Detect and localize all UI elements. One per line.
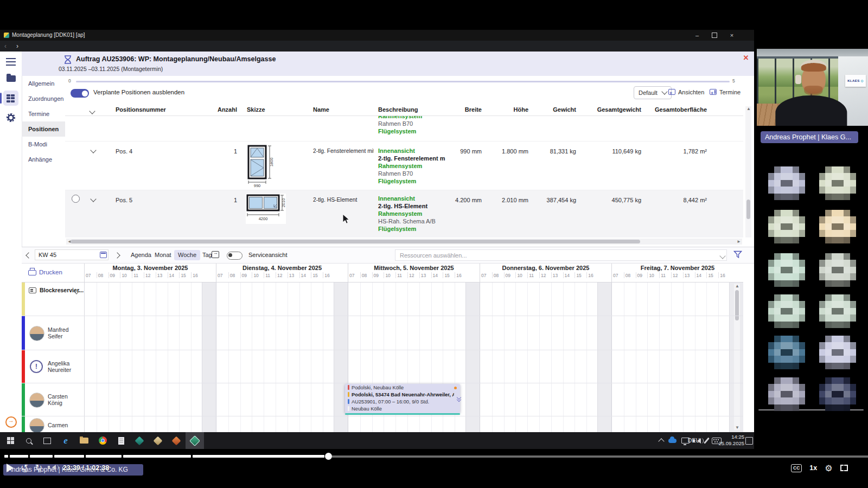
klaes-teal-taskbar-button[interactable] <box>130 432 149 449</box>
playback-speed[interactable]: 1x <box>809 464 817 472</box>
fullscreen-icon[interactable] <box>840 465 848 471</box>
ansichten-button[interactable]: Ansichten <box>668 86 704 98</box>
resources-input[interactable] <box>395 249 727 261</box>
table-row-pos5[interactable]: Pos. 5 1 4200 2010 2-tlg. HS-Element <box>65 190 743 237</box>
participant-tile <box>768 294 805 328</box>
day-column[interactable] <box>216 282 348 432</box>
projects-icon[interactable] <box>3 71 18 86</box>
day-column[interactable] <box>480 282 611 432</box>
resource-row[interactable]: CarstenKönig <box>22 383 84 416</box>
row-expand-chevron[interactable] <box>91 147 95 153</box>
volume-icon[interactable] <box>49 464 56 472</box>
row-radio[interactable] <box>72 195 80 203</box>
collapse-all-chevron[interactable] <box>90 108 94 114</box>
participant-tile <box>819 336 856 369</box>
start-taskbar-button[interactable] <box>1 432 20 449</box>
onedrive-tray-icon[interactable] <box>668 439 676 443</box>
internet-explorer-taskbar-button[interactable]: e <box>56 432 75 449</box>
printer-icon <box>28 270 36 275</box>
filter-icon[interactable] <box>733 251 742 259</box>
search-taskbar-button[interactable] <box>20 432 38 449</box>
sidebar-item-termine[interactable]: Termine <box>22 106 65 121</box>
sidebar-item-anh-nge[interactable]: Anhänge <box>22 152 65 167</box>
participant-tile <box>768 253 805 287</box>
event-tooltip[interactable]: Podolski, Neubau KöllePodolski, 53474 Ba… <box>345 384 460 413</box>
progress-chapter-segment <box>123 455 191 458</box>
termine-button[interactable]: Termine <box>710 86 741 98</box>
resource-row[interactable]: ManfredSeifer <box>22 316 84 350</box>
sidebar-item-positionen[interactable]: Positionen <box>22 121 65 137</box>
table-row-pos4[interactable]: Pos. 4 1 1800 990 2-tlg. <box>65 142 743 190</box>
rewind-10-icon[interactable]: ↺10 <box>21 464 28 472</box>
next-week-icon[interactable] <box>114 252 120 258</box>
day-header: Mittwoch, 5. November 202507080910111213… <box>348 264 480 282</box>
expand-more-icon[interactable] <box>457 396 461 400</box>
mouse-cursor <box>342 214 350 224</box>
alert-avatar-icon: ! <box>30 360 43 373</box>
chrome-taskbar-button[interactable] <box>93 432 112 449</box>
pen-tray-icon[interactable] <box>704 438 709 444</box>
horizontal-scrollbar[interactable]: ◄ ► <box>66 239 742 245</box>
expand-view-icon[interactable] <box>212 251 219 258</box>
row-expand-chevron[interactable] <box>91 196 95 202</box>
resource-color-stripe <box>22 316 25 350</box>
klaes-orange-taskbar-button[interactable] <box>167 432 186 449</box>
player-settings-icon[interactable]: ⚙ <box>825 463 832 473</box>
hourglass-icon <box>64 55 72 64</box>
settings-gear-icon[interactable] <box>3 110 18 125</box>
view-select-dropdown[interactable]: Default <box>634 86 672 99</box>
zoom-slider[interactable] <box>76 81 730 82</box>
resource-row[interactable]: !AngelikaNeureiter <box>22 350 84 383</box>
svg-text:2010: 2010 <box>281 198 286 208</box>
hide-planned-toggle[interactable] <box>71 89 89 98</box>
logout-icon[interactable] <box>5 416 17 428</box>
close-button[interactable]: × <box>724 30 740 41</box>
file-explorer-taskbar-button[interactable] <box>75 432 93 449</box>
language-indicator[interactable]: DEU <box>688 437 700 444</box>
scrollbar-thumb[interactable] <box>746 200 750 219</box>
planning-board-icon[interactable] <box>3 91 18 106</box>
forward-10-icon[interactable]: ↻10 <box>35 464 42 472</box>
progress-chapter-segment <box>10 455 28 458</box>
presenter-name-label: Andreas Prophet | Klaes G... <box>761 131 858 143</box>
taskbar-clock[interactable]: 14:25 25.09.2025 <box>718 434 744 447</box>
sidebar-item-b-modi[interactable]: B-Modi <box>22 137 65 152</box>
tab-monat[interactable]: Monat <box>151 250 175 260</box>
table-row-clipped[interactable]: RahmensystemRahmen B70Flügelsystem <box>65 116 743 142</box>
video-progress-bar[interactable] <box>0 454 868 459</box>
event-bar[interactable] <box>345 413 460 415</box>
order-close-icon[interactable]: ✕ <box>742 54 750 62</box>
avatar <box>29 326 44 341</box>
calendar-icon[interactable] <box>100 252 107 258</box>
captions-icon[interactable]: CC <box>791 464 802 472</box>
klaes-active-taskbar-button[interactable] <box>186 432 204 449</box>
scheduler-vertical-scrollbar[interactable]: ▲ ▼ <box>734 284 740 430</box>
chevron-up-tray-icon[interactable] <box>658 438 664 444</box>
event-tooltip-line: AU253901, 07:00 – 16:00, 9/0 Std. <box>348 399 454 406</box>
progress-playhead[interactable] <box>325 453 332 460</box>
notepad-taskbar-button[interactable] <box>112 432 130 449</box>
maximize-button[interactable] <box>706 30 723 41</box>
print-cell[interactable]: Drucken <box>22 264 85 282</box>
resource-row[interactable]: Carmen <box>22 416 84 432</box>
klaes-sand-taskbar-button[interactable] <box>149 432 167 449</box>
day-column[interactable] <box>611 282 743 432</box>
play-icon[interactable] <box>7 464 14 472</box>
minimize-button[interactable]: – <box>689 30 705 41</box>
prev-week-icon[interactable] <box>25 252 31 258</box>
sidebar-item-allgemein[interactable]: Allgemein <box>22 76 65 91</box>
tab-woche[interactable]: Woche <box>174 250 200 260</box>
menu-icon[interactable] <box>6 58 16 59</box>
action-center-icon[interactable] <box>745 437 753 445</box>
service-view-toggle[interactable] <box>227 252 242 260</box>
task-view-taskbar-button[interactable] <box>38 432 56 449</box>
week-input[interactable] <box>35 249 108 260</box>
back-icon[interactable]: ‹ <box>4 42 7 50</box>
scrollbar-thumb[interactable] <box>71 240 640 243</box>
resource-row[interactable]: Blockreservier... <box>22 282 84 316</box>
table-vertical-scrollbar[interactable]: ▲ <box>745 106 751 237</box>
forward-icon[interactable]: › <box>16 42 18 50</box>
day-column[interactable] <box>84 282 216 432</box>
sidebar-item-zuordnungen[interactable]: Zuordnungen <box>22 91 65 106</box>
day-header: Donnerstag, 6. November 2025070809101112… <box>480 264 611 282</box>
